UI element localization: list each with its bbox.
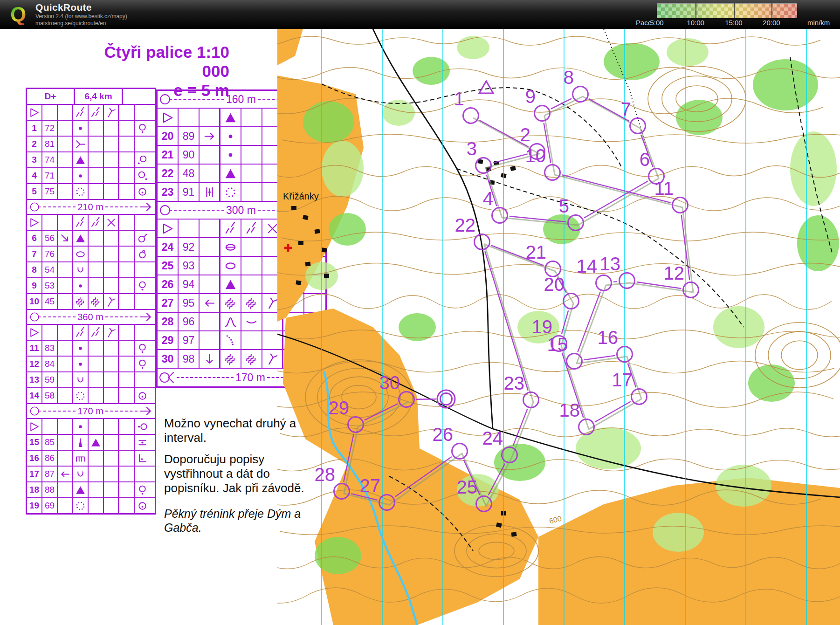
control-number-cell: 17 — [27, 467, 42, 481]
route-dashes — [105, 411, 138, 412]
pace-tick-label: 10:00 — [687, 19, 704, 27]
control-code-cell: 92 — [179, 238, 200, 256]
description-cell — [58, 247, 73, 261]
description-cell — [135, 152, 150, 167]
control-circle[interactable] — [545, 165, 560, 180]
description-cell — [58, 482, 73, 497]
contour-line — [277, 36, 820, 45]
control-code-cell: 71 — [42, 168, 58, 183]
description-cell — [89, 168, 104, 183]
description-cell — [73, 231, 89, 246]
route-arrow-icon — [139, 311, 153, 323]
description-cell — [89, 247, 104, 261]
description-cell — [220, 350, 241, 368]
vegetation-area — [303, 101, 354, 143]
description-cell — [58, 152, 73, 167]
description-cell — [73, 419, 89, 434]
description-cell — [104, 498, 119, 513]
arrow-down-symbol — [203, 352, 216, 366]
between-lines-dot-symbol — [137, 437, 148, 448]
control-circle[interactable] — [463, 108, 479, 124]
control-number-cell — [27, 419, 42, 434]
control-number-cell: 28 — [158, 313, 179, 330]
url-line: matstroeng.se/quickroute/en — [35, 20, 127, 27]
route-dashes — [177, 377, 234, 378]
description-cell — [73, 152, 89, 167]
control-number-cell: 21 — [158, 146, 179, 164]
description-cell — [73, 341, 89, 356]
control-number: 18 — [559, 400, 580, 420]
description-cell — [73, 388, 89, 403]
app-title: QuickRoute — [35, 2, 127, 13]
map-canvas[interactable]: Křižánky60012345678910111213141516171819… — [277, 29, 840, 625]
control-descriptions-table-1: D+6,4 km172281374471575210 m656776854953… — [26, 88, 156, 515]
route-dashes — [43, 316, 76, 317]
pace-tick — [771, 3, 772, 18]
dot-symbol — [75, 343, 86, 354]
control-circle[interactable] — [452, 444, 468, 459]
control-code-cell — [42, 325, 58, 340]
description-cell — [104, 341, 119, 356]
description-cell — [135, 482, 150, 497]
control-circle[interactable] — [596, 275, 612, 291]
control-number-cell: 2 — [27, 137, 42, 151]
control-number-cell: 16 — [27, 451, 42, 466]
control-code-cell — [42, 105, 58, 120]
description-cell — [135, 325, 150, 340]
control-circle[interactable] — [567, 354, 582, 369]
map-title-line1: Čtyři palice 1:10 000 — [83, 43, 229, 81]
description-cell — [119, 105, 135, 120]
dot-symbol — [224, 130, 237, 143]
control-circle[interactable] — [630, 118, 646, 134]
control-code-cell: 93 — [179, 257, 200, 275]
ellipse-line-symbol — [224, 240, 237, 254]
control-number: 28 — [315, 464, 336, 485]
control-code-cell: 87 — [42, 467, 58, 481]
pace-gradient-bar[interactable] — [657, 3, 797, 18]
description-cell — [73, 215, 89, 230]
control-circle[interactable] — [573, 87, 588, 102]
control-number: 11 — [654, 178, 674, 199]
slash-symbol — [90, 107, 102, 118]
title-bar: Q QuickRoute Version 2.4 (for www.bestik… — [0, 0, 840, 29]
description-cell — [200, 275, 220, 293]
control-number-cell: 18 — [27, 482, 42, 497]
triangle-symbol — [75, 154, 86, 166]
blank — [123, 89, 155, 104]
description-cell — [58, 467, 73, 481]
description-cell — [104, 247, 119, 261]
pace-tick — [734, 3, 735, 18]
control-number: 22 — [455, 215, 476, 235]
control-number: 9 — [525, 86, 536, 107]
symbols-header-row — [27, 325, 155, 341]
zigzag-symbol — [75, 296, 86, 308]
orienteering-map[interactable]: Křižánky60012345678910111213141516171819… — [277, 29, 840, 625]
triangle-symbol — [90, 437, 102, 448]
building — [296, 280, 301, 285]
route-distance: 300 m — [226, 204, 256, 217]
description-cell — [135, 341, 150, 356]
description-cell — [220, 238, 241, 256]
control-code-cell — [179, 109, 200, 126]
control-row: 281 — [27, 137, 155, 152]
description-cell — [119, 372, 135, 387]
description-cell — [89, 451, 104, 466]
control-number-cell: 11 — [27, 341, 42, 356]
control-circle[interactable] — [476, 158, 491, 173]
description-cell — [119, 294, 135, 309]
control-code-cell: 74 — [42, 152, 58, 167]
pace-tick — [695, 3, 696, 18]
control-number: 1 — [454, 89, 464, 109]
slash-symbol — [75, 217, 86, 228]
control-number: 24 — [482, 428, 503, 448]
building — [291, 206, 296, 210]
dot-circle-symbol — [137, 421, 148, 433]
control-circle[interactable] — [620, 273, 635, 288]
control-code-cell: 81 — [42, 137, 58, 151]
control-row: 575 — [27, 184, 155, 200]
course-leg — [416, 399, 436, 399]
control-code-cell: 95 — [179, 294, 200, 312]
control-circle[interactable] — [535, 106, 550, 121]
control-number-cell: 5 — [27, 184, 42, 199]
description-cell — [220, 220, 241, 237]
